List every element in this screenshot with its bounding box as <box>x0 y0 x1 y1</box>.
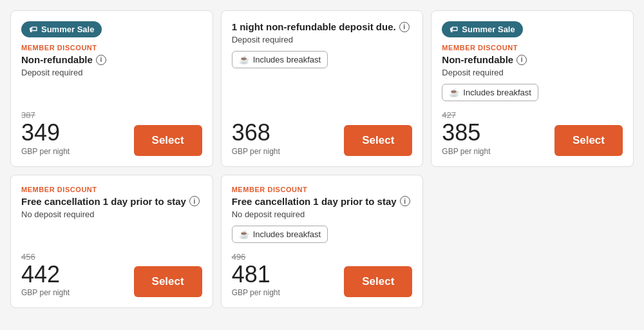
per-night-label: GBP per night <box>442 147 490 156</box>
original-price: 387 <box>21 110 70 120</box>
rate-card-card-2: 1 night non-refundable deposit due. i De… <box>221 10 424 167</box>
rate-title: Free cancellation 1 day prior to stay i <box>232 196 413 207</box>
price-section: 496481GBP per nightSelect <box>232 252 413 298</box>
price-section: 368GBP per nightSelect <box>232 120 413 156</box>
deposit-text: No deposit required <box>21 209 202 219</box>
breakfast-label: Includes breakfast <box>463 88 531 97</box>
current-price: 385 <box>442 120 490 146</box>
deposit-text: Deposit required <box>442 68 623 77</box>
rate-title: Non-refundable i <box>21 54 202 65</box>
member-discount-label: MEMBER DISCOUNT <box>232 186 413 193</box>
badge-label: Summer Sale <box>462 24 515 34</box>
price-section: 387349GBP per nightSelect <box>21 110 202 156</box>
breakfast-label: Includes breakfast <box>253 55 321 64</box>
current-price: 349 <box>21 120 70 146</box>
price-left: 427385GBP per night <box>442 110 490 156</box>
per-night-label: GBP per night <box>232 147 280 156</box>
member-discount-label: MEMBER DISCOUNT <box>442 44 623 52</box>
original-price: 427 <box>442 110 490 120</box>
member-discount-label: MEMBER DISCOUNT <box>21 44 202 52</box>
badge-label: Summer Sale <box>41 24 94 34</box>
per-night-label: GBP per night <box>232 288 280 297</box>
price-section: 427385GBP per nightSelect <box>442 110 623 156</box>
rate-title: 1 night non-refundable deposit due. i <box>232 21 413 32</box>
rate-card-card-3: 🏷 Summer Sale MEMBER DISCOUNT Non-refund… <box>431 10 634 167</box>
rate-title: Non-refundable i <box>442 54 623 65</box>
coffee-icon: ☕ <box>239 229 249 239</box>
deposit-text: No deposit required <box>232 209 413 219</box>
info-icon[interactable]: i <box>400 196 410 206</box>
rate-card-card-5: MEMBER DISCOUNT Free cancellation 1 day … <box>221 175 424 309</box>
original-price: 456 <box>21 252 70 262</box>
select-button[interactable]: Select <box>344 266 412 297</box>
rate-cards-row-2: MEMBER DISCOUNT Free cancellation 1 day … <box>10 175 634 309</box>
coffee-icon: ☕ <box>239 55 249 64</box>
select-button[interactable]: Select <box>554 125 623 156</box>
rate-title: Free cancellation 1 day prior to stay i <box>21 196 202 207</box>
tag-icon: 🏷 <box>29 24 37 34</box>
info-icon[interactable]: i <box>516 55 527 65</box>
select-button[interactable]: Select <box>134 125 202 156</box>
breakfast-label: Includes breakfast <box>253 229 321 239</box>
per-night-label: GBP per night <box>21 147 70 156</box>
summer-sale-badge: 🏷 Summer Sale <box>442 21 522 37</box>
summer-sale-badge: 🏷 Summer Sale <box>21 21 102 37</box>
price-section: 456442GBP per nightSelect <box>21 252 202 298</box>
info-icon[interactable]: i <box>189 196 200 206</box>
breakfast-badge: ☕ Includes breakfast <box>442 84 538 101</box>
info-icon[interactable]: i <box>96 55 106 65</box>
current-price: 368 <box>232 120 280 146</box>
rate-cards-row-1: 🏷 Summer Sale MEMBER DISCOUNT Non-refund… <box>10 10 634 167</box>
breakfast-badge: ☕ Includes breakfast <box>232 51 328 68</box>
select-button[interactable]: Select <box>134 266 202 297</box>
member-discount-label: MEMBER DISCOUNT <box>21 186 202 193</box>
current-price: 481 <box>232 262 280 287</box>
deposit-text: Deposit required <box>232 35 413 44</box>
tag-icon: 🏷 <box>450 24 458 34</box>
breakfast-badge: ☕ Includes breakfast <box>232 226 328 243</box>
deposit-text: Deposit required <box>21 68 202 77</box>
price-left: 387349GBP per night <box>21 110 70 156</box>
rate-card-card-4: MEMBER DISCOUNT Free cancellation 1 day … <box>10 175 213 309</box>
price-left: 456442GBP per night <box>21 252 70 298</box>
current-price: 442 <box>21 262 70 287</box>
info-icon[interactable]: i <box>399 22 410 32</box>
price-left: 368GBP per night <box>232 120 280 156</box>
price-left: 496481GBP per night <box>232 252 280 298</box>
coffee-icon: ☕ <box>449 88 459 97</box>
original-price: 496 <box>232 252 280 262</box>
rate-card-card-1: 🏷 Summer Sale MEMBER DISCOUNT Non-refund… <box>10 10 213 167</box>
per-night-label: GBP per night <box>21 288 70 297</box>
select-button[interactable]: Select <box>344 125 412 156</box>
